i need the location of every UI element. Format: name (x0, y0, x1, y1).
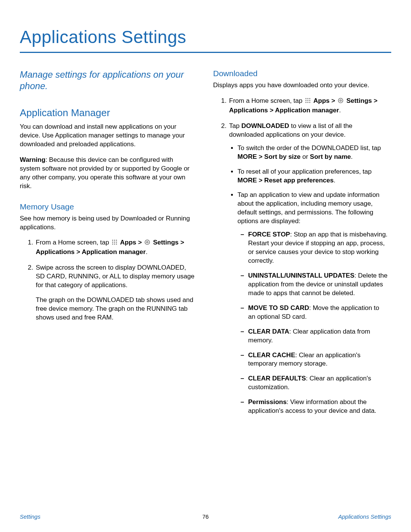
downloaded-bullets: To switch the order of the DOWNLOADED li… (229, 144, 388, 415)
d1a: FORCE STOP (248, 231, 290, 238)
opt-clear-data: CLEAR DATA: Clear application data from … (248, 328, 388, 345)
page-footer: Settings 76 Applications Settings (20, 513, 391, 520)
svg-point-17 (306, 102, 307, 103)
svg-point-2 (116, 240, 117, 241)
settings-gear-icon (144, 239, 150, 248)
svg-point-9 (145, 240, 150, 244)
svg-point-3 (112, 242, 113, 243)
d7a: Permissions (248, 398, 287, 406)
b1c: or (301, 153, 310, 160)
step-1: From a Home screen, tap Apps > Settings … (35, 238, 195, 257)
svg-point-14 (306, 100, 307, 101)
svg-point-19 (309, 102, 311, 103)
svg-point-11 (306, 98, 307, 99)
opt-clear-cache: CLEAR CACHE: Clear an application's temp… (248, 351, 388, 369)
step2-detail: The graph on the DOWNLOADED tab shows us… (36, 296, 195, 322)
downloaded-steps: From a Home screen, tap Apps > Settings … (213, 97, 388, 415)
b1d: Sort by name (310, 153, 351, 160)
bullet-reset: To reset all of your application prefere… (237, 168, 388, 185)
downloaded-desc: Displays apps you have downloaded onto y… (213, 81, 388, 90)
svg-point-13 (309, 98, 311, 99)
page: Applications Settings Manage settings fo… (0, 0, 411, 532)
bullet-sort: To switch the order of the DOWNLOADED li… (237, 144, 388, 161)
step1-end: . (146, 248, 148, 256)
warning-text: : Because this device can be configured … (20, 156, 190, 190)
footer-left: Settings (20, 513, 40, 520)
step-2: Tap DOWNLOADED to view a list of all the… (228, 122, 388, 415)
step-1: From a Home screen, tap Apps > Settings … (228, 97, 388, 115)
d6a: CLEAR DEFAULTS (248, 375, 306, 382)
b1b: MORE > Sort by size (237, 153, 301, 160)
right-column: Downloaded Displays apps you have downlo… (213, 69, 388, 422)
b2a: To reset all of your application prefere… (237, 168, 371, 175)
opt-clear-defaults: CLEAR DEFAULTS: Clear an application's c… (248, 374, 388, 392)
page-title: Applications Settings (20, 27, 391, 47)
svg-point-21 (340, 100, 341, 101)
svg-point-16 (309, 100, 311, 101)
heading-downloaded: Downloaded (213, 69, 388, 78)
opt-permissions: Permissions: View information about the … (248, 398, 388, 415)
warning-paragraph: Warning: Because this device can be conf… (20, 156, 195, 191)
svg-point-1 (114, 240, 115, 241)
svg-point-8 (116, 244, 117, 245)
svg-point-18 (307, 102, 309, 103)
app-options-list: FORCE STOP: Stop an app that is misbehav… (237, 230, 388, 415)
opt-move-sd: MOVE TO SD CARD: Move the application to… (248, 304, 388, 321)
apps-label: Apps > (312, 97, 337, 104)
step2-b: DOWNLOADED (241, 122, 289, 129)
b1e: . (351, 153, 353, 160)
svg-point-12 (307, 98, 309, 99)
step2-text: Swipe across the screen to display DOWNL… (36, 264, 194, 289)
svg-point-20 (338, 98, 343, 103)
bullet-tap-app: Tap an application to view and update in… (237, 191, 388, 415)
svg-point-0 (112, 240, 113, 241)
title-rule (20, 52, 391, 53)
opt-force-stop: FORCE STOP: Stop an app that is misbehav… (248, 230, 388, 265)
b2c: . (334, 177, 336, 184)
step1-prefix: From a Home screen, tap (229, 97, 304, 104)
svg-point-10 (147, 241, 148, 243)
step1-end: . (339, 107, 341, 114)
svg-point-7 (114, 244, 115, 245)
step1-prefix: From a Home screen, tap (36, 239, 111, 246)
step-2: Swipe across the screen to display DOWNL… (35, 264, 195, 322)
b2b: MORE > Reset app preferences (237, 177, 334, 184)
d4a: CLEAR DATA (248, 328, 289, 335)
svg-point-15 (307, 100, 309, 101)
step2-a: Tap (229, 122, 241, 129)
svg-point-6 (112, 244, 113, 245)
warning-label: Warning (20, 156, 45, 163)
d3a: MOVE TO SD CARD (248, 304, 309, 312)
settings-gear-icon (338, 97, 344, 106)
apps-grid-icon (112, 239, 118, 248)
memory-usage-desc: See how memory is being used by Download… (20, 214, 195, 232)
heading-memory-usage: Memory Usage (20, 202, 195, 211)
svg-point-4 (114, 242, 115, 243)
memory-usage-steps: From a Home screen, tap Apps > Settings … (20, 238, 195, 322)
d2a: UNINSTALL/UNINSTALL UPDATES (248, 272, 354, 279)
left-column: Manage settings for applications on your… (20, 69, 195, 422)
b1a: To switch the order of the DOWNLOADED li… (237, 144, 381, 152)
opt-uninstall: UNINSTALL/UNINSTALL UPDATES: Delete the … (248, 272, 388, 298)
apps-grid-icon (305, 97, 311, 106)
svg-point-5 (116, 242, 117, 243)
footer-page-number: 76 (202, 513, 209, 520)
intro-text: Manage settings for applications on your… (20, 69, 195, 92)
b3: Tap an application to view and update in… (237, 191, 379, 225)
content-columns: Manage settings for applications on your… (20, 69, 391, 422)
footer-right: Applications Settings (338, 513, 391, 520)
d5a: CLEAR CACHE (248, 351, 295, 359)
app-manager-description: You can download and install new applica… (20, 123, 195, 149)
heading-application-manager: Application Manager (20, 107, 195, 119)
apps-label: Apps > (118, 239, 143, 246)
